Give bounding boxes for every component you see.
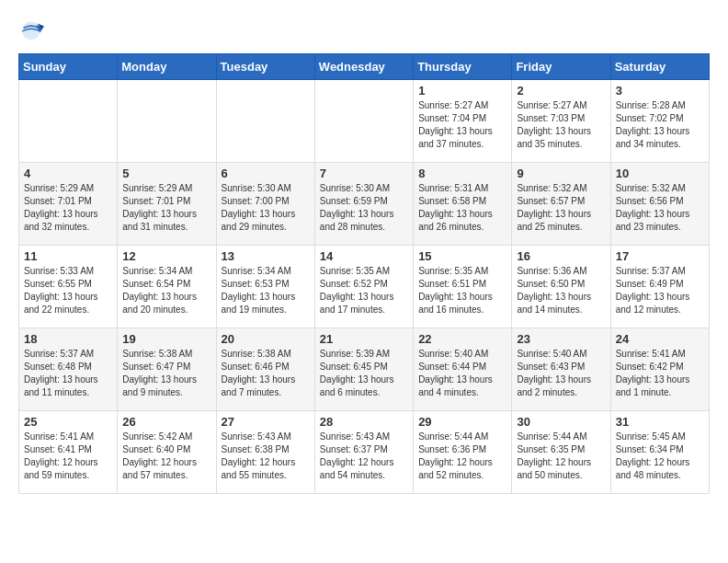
- calendar-week-row: 25Sunrise: 5:41 AM Sunset: 6:41 PM Dayli…: [19, 411, 710, 494]
- day-number: 21: [320, 332, 408, 346]
- calendar-cell: 15Sunrise: 5:35 AM Sunset: 6:51 PM Dayli…: [414, 246, 512, 328]
- day-info: Sunrise: 5:37 AM Sunset: 6:48 PM Dayligh…: [24, 348, 112, 399]
- day-number: 11: [24, 249, 112, 263]
- day-info: Sunrise: 5:33 AM Sunset: 6:55 PM Dayligh…: [24, 265, 112, 316]
- day-number: 16: [517, 249, 605, 263]
- calendar-cell: 16Sunrise: 5:36 AM Sunset: 6:50 PM Dayli…: [512, 246, 610, 328]
- calendar-cell: 3Sunrise: 5:28 AM Sunset: 7:02 PM Daylig…: [610, 80, 709, 163]
- calendar-cell: 9Sunrise: 5:32 AM Sunset: 6:57 PM Daylig…: [512, 163, 610, 246]
- calendar-week-row: 1Sunrise: 5:27 AM Sunset: 7:04 PM Daylig…: [19, 80, 710, 163]
- day-number: 30: [517, 415, 605, 429]
- calendar-cell: 25Sunrise: 5:41 AM Sunset: 6:41 PM Dayli…: [19, 411, 118, 494]
- calendar-cell: 29Sunrise: 5:44 AM Sunset: 6:36 PM Dayli…: [414, 411, 512, 494]
- calendar-cell: 2Sunrise: 5:27 AM Sunset: 7:03 PM Daylig…: [512, 80, 610, 163]
- calendar-cell: 4Sunrise: 5:29 AM Sunset: 7:01 PM Daylig…: [19, 163, 118, 246]
- day-number: 4: [24, 167, 112, 180]
- calendar-cell: 26Sunrise: 5:42 AM Sunset: 6:40 PM Dayli…: [118, 411, 216, 494]
- header-friday: Friday: [512, 54, 610, 80]
- day-number: 23: [517, 332, 605, 346]
- calendar-week-row: 18Sunrise: 5:37 AM Sunset: 6:48 PM Dayli…: [19, 328, 710, 411]
- day-info: Sunrise: 5:41 AM Sunset: 6:42 PM Dayligh…: [616, 348, 704, 399]
- calendar-cell: 17Sunrise: 5:37 AM Sunset: 6:49 PM Dayli…: [610, 246, 709, 328]
- day-number: 28: [320, 415, 408, 429]
- day-number: 20: [222, 332, 310, 346]
- day-info: Sunrise: 5:35 AM Sunset: 6:51 PM Dayligh…: [418, 265, 506, 316]
- header-wednesday: Wednesday: [314, 54, 413, 80]
- calendar-cell: 1Sunrise: 5:27 AM Sunset: 7:04 PM Daylig…: [414, 80, 512, 163]
- day-number: 31: [616, 415, 704, 429]
- calendar-cell: 19Sunrise: 5:38 AM Sunset: 6:47 PM Dayli…: [118, 328, 216, 411]
- day-info: Sunrise: 5:45 AM Sunset: 6:34 PM Dayligh…: [616, 431, 704, 482]
- day-info: Sunrise: 5:32 AM Sunset: 6:56 PM Dayligh…: [616, 182, 704, 234]
- day-info: Sunrise: 5:28 AM Sunset: 7:02 PM Dayligh…: [616, 99, 704, 151]
- day-info: Sunrise: 5:34 AM Sunset: 6:54 PM Dayligh…: [122, 265, 210, 316]
- day-number: 18: [24, 332, 112, 346]
- day-info: Sunrise: 5:37 AM Sunset: 6:49 PM Dayligh…: [616, 265, 704, 316]
- calendar-cell: [118, 80, 216, 163]
- calendar-cell: 12Sunrise: 5:34 AM Sunset: 6:54 PM Dayli…: [118, 246, 216, 328]
- day-info: Sunrise: 5:36 AM Sunset: 6:50 PM Dayligh…: [517, 265, 605, 316]
- header-thursday: Thursday: [414, 54, 512, 80]
- day-number: 27: [222, 415, 310, 429]
- day-info: Sunrise: 5:43 AM Sunset: 6:37 PM Dayligh…: [320, 431, 408, 482]
- day-number: 5: [122, 167, 210, 180]
- day-number: 29: [418, 415, 506, 429]
- day-info: Sunrise: 5:29 AM Sunset: 7:01 PM Dayligh…: [122, 182, 210, 234]
- calendar-cell: 27Sunrise: 5:43 AM Sunset: 6:38 PM Dayli…: [216, 411, 314, 494]
- day-number: 9: [517, 167, 605, 180]
- day-number: 22: [418, 332, 506, 346]
- calendar-cell: 21Sunrise: 5:39 AM Sunset: 6:45 PM Dayli…: [314, 328, 413, 411]
- calendar-cell: 10Sunrise: 5:32 AM Sunset: 6:56 PM Dayli…: [610, 163, 709, 246]
- day-number: 12: [122, 249, 210, 263]
- calendar-cell: 13Sunrise: 5:34 AM Sunset: 6:53 PM Dayli…: [216, 246, 314, 328]
- day-number: 24: [616, 332, 704, 346]
- day-info: Sunrise: 5:35 AM Sunset: 6:52 PM Dayligh…: [320, 265, 408, 316]
- calendar-cell: [314, 80, 413, 163]
- calendar-cell: [19, 80, 118, 163]
- day-info: Sunrise: 5:44 AM Sunset: 6:36 PM Dayligh…: [418, 431, 506, 482]
- day-info: Sunrise: 5:38 AM Sunset: 6:47 PM Dayligh…: [122, 348, 210, 399]
- day-info: Sunrise: 5:27 AM Sunset: 7:04 PM Dayligh…: [418, 99, 506, 151]
- day-number: 8: [418, 167, 506, 180]
- day-number: 2: [517, 84, 605, 98]
- day-info: Sunrise: 5:40 AM Sunset: 6:43 PM Dayligh…: [517, 348, 605, 399]
- calendar-cell: 23Sunrise: 5:40 AM Sunset: 6:43 PM Dayli…: [512, 328, 610, 411]
- calendar-body: 1Sunrise: 5:27 AM Sunset: 7:04 PM Daylig…: [19, 80, 710, 494]
- day-number: 10: [616, 167, 704, 180]
- day-number: 19: [122, 332, 210, 346]
- header-tuesday: Tuesday: [216, 54, 314, 80]
- day-info: Sunrise: 5:29 AM Sunset: 7:01 PM Dayligh…: [24, 182, 112, 234]
- calendar-cell: [216, 80, 314, 163]
- logo-icon: [18, 18, 44, 44]
- day-info: Sunrise: 5:42 AM Sunset: 6:40 PM Dayligh…: [122, 431, 210, 482]
- day-info: Sunrise: 5:30 AM Sunset: 7:00 PM Dayligh…: [222, 182, 310, 234]
- calendar-week-row: 4Sunrise: 5:29 AM Sunset: 7:01 PM Daylig…: [19, 163, 710, 246]
- calendar-cell: 11Sunrise: 5:33 AM Sunset: 6:55 PM Dayli…: [19, 246, 118, 328]
- calendar-cell: 5Sunrise: 5:29 AM Sunset: 7:01 PM Daylig…: [118, 163, 216, 246]
- calendar-cell: 14Sunrise: 5:35 AM Sunset: 6:52 PM Dayli…: [314, 246, 413, 328]
- calendar-header: Sunday Monday Tuesday Wednesday Thursday…: [19, 54, 710, 80]
- day-number: 7: [320, 167, 408, 180]
- calendar-cell: 7Sunrise: 5:30 AM Sunset: 6:59 PM Daylig…: [314, 163, 413, 246]
- calendar-cell: 30Sunrise: 5:44 AM Sunset: 6:35 PM Dayli…: [512, 411, 610, 494]
- day-number: 25: [24, 415, 112, 429]
- day-info: Sunrise: 5:40 AM Sunset: 6:44 PM Dayligh…: [418, 348, 506, 399]
- calendar-cell: 22Sunrise: 5:40 AM Sunset: 6:44 PM Dayli…: [414, 328, 512, 411]
- calendar-cell: 31Sunrise: 5:45 AM Sunset: 6:34 PM Dayli…: [610, 411, 709, 494]
- day-number: 26: [122, 415, 210, 429]
- calendar-table: Sunday Monday Tuesday Wednesday Thursday…: [18, 53, 710, 494]
- day-info: Sunrise: 5:32 AM Sunset: 6:57 PM Dayligh…: [517, 182, 605, 234]
- day-info: Sunrise: 5:27 AM Sunset: 7:03 PM Dayligh…: [517, 99, 605, 151]
- day-number: 6: [222, 167, 310, 180]
- header-saturday: Saturday: [610, 54, 709, 80]
- calendar-cell: 8Sunrise: 5:31 AM Sunset: 6:58 PM Daylig…: [414, 163, 512, 246]
- day-info: Sunrise: 5:31 AM Sunset: 6:58 PM Dayligh…: [418, 182, 506, 234]
- day-number: 14: [320, 249, 408, 263]
- day-number: 13: [222, 249, 310, 263]
- header-sunday: Sunday: [19, 54, 118, 80]
- page-header: [18, 18, 710, 44]
- day-number: 3: [616, 84, 704, 98]
- day-info: Sunrise: 5:34 AM Sunset: 6:53 PM Dayligh…: [222, 265, 310, 316]
- calendar-cell: 28Sunrise: 5:43 AM Sunset: 6:37 PM Dayli…: [314, 411, 413, 494]
- day-number: 15: [418, 249, 506, 263]
